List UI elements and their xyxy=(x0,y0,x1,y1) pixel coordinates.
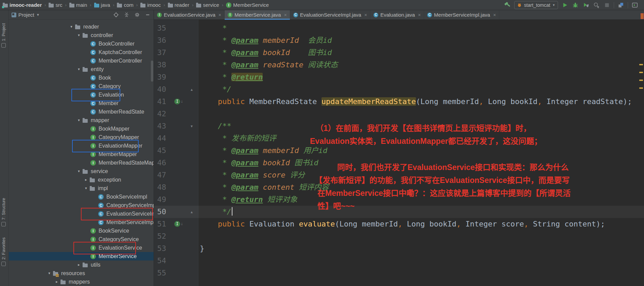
tree-expanded-arrow-icon[interactable]: ▾ xyxy=(75,169,83,173)
tool-window-button-structure[interactable]: 7: Structure xyxy=(1,198,6,226)
tab-close-icon[interactable]: × xyxy=(219,12,221,18)
tab-close-icon[interactable]: × xyxy=(418,12,421,18)
tree-expanded-arrow-icon[interactable]: ▾ xyxy=(75,118,83,122)
tree-item-service[interactable]: ▾service xyxy=(9,167,154,175)
line-number: 54 xyxy=(154,255,166,267)
tree-item-Book[interactable]: CBook xyxy=(9,73,154,82)
tab-close-icon[interactable]: × xyxy=(284,12,287,18)
tree-item-entity[interactable]: ▾entity xyxy=(9,65,154,73)
run-button[interactable] xyxy=(561,1,569,9)
breadcrumb-item-service[interactable]: service xyxy=(195,2,220,8)
fold-end-icon[interactable]: ▴ xyxy=(189,83,194,96)
settings-gear-icon[interactable] xyxy=(134,12,140,18)
debug-button[interactable] xyxy=(572,1,579,9)
tool-window-button-project[interactable]: 1: Project xyxy=(1,23,6,48)
tree-item-Member[interactable]: CMember xyxy=(9,99,154,107)
terminal-run-button[interactable] xyxy=(631,1,639,9)
tree-item-EvaluationService[interactable]: IEvaluationService xyxy=(9,243,154,252)
tree-expanded-arrow-icon[interactable]: ▾ xyxy=(75,33,83,37)
chevron-down-icon[interactable]: ▼ xyxy=(36,13,40,17)
tree-item-MemberService[interactable]: IMemberService xyxy=(9,252,154,260)
tree-item-Category[interactable]: CCategory xyxy=(9,82,154,90)
fold-end-icon[interactable]: ▴ xyxy=(189,206,194,218)
tree-item-CategoryServiceImpl[interactable]: CCategoryServiceImpl xyxy=(9,201,154,209)
tree-item-CategoryService[interactable]: ICategoryService xyxy=(9,235,154,243)
breadcrumb-item-java[interactable]: java xyxy=(93,2,111,8)
tree-item-MemberReadStateMapper[interactable]: IMemberReadStateMapper xyxy=(9,158,154,167)
tree-expanded-arrow-icon[interactable]: ▾ xyxy=(68,24,75,29)
tree-item-MemberReadState[interactable]: CMemberReadState xyxy=(9,107,154,116)
line-number: 53 xyxy=(154,242,166,255)
implemented-marker-icon[interactable]: I xyxy=(174,221,180,227)
interface-icon: I xyxy=(90,160,96,166)
error-stripe-mark[interactable] xyxy=(639,72,643,73)
locate-icon[interactable] xyxy=(113,12,119,18)
tab-MemberService.java[interactable]: IMemberService.java× xyxy=(225,10,290,19)
tab-EvaluationService.java[interactable]: IEvaluationService.java× xyxy=(154,10,225,19)
tree-item-BookService[interactable]: IBookService xyxy=(9,226,154,235)
hide-panel-icon[interactable] xyxy=(144,12,151,18)
breadcrumb-item-com[interactable]: com xyxy=(116,2,134,8)
breadcrumb-item-src[interactable]: src xyxy=(48,2,63,8)
tree-collapsed-arrow-icon[interactable]: ▸ xyxy=(82,178,90,182)
tree-item-BookMapper[interactable]: IBookMapper xyxy=(9,124,154,133)
breadcrumb-item-reader[interactable]: reader xyxy=(167,2,190,8)
tab-Evaluation.java[interactable]: CEvaluation.java× xyxy=(370,10,424,19)
tree-expanded-arrow-icon[interactable]: ▾ xyxy=(75,67,83,71)
collapse-all-icon[interactable] xyxy=(123,12,129,18)
tree-item-impl[interactable]: ▾impl xyxy=(9,184,154,192)
tree-item-controller[interactable]: ▾controller xyxy=(9,31,154,39)
code-text: * @param memberId 会员id xyxy=(200,34,332,47)
tree-item-mappers[interactable]: ▸mappers xyxy=(9,277,154,286)
tree-collapsed-arrow-icon[interactable]: ▸ xyxy=(75,263,83,267)
error-stripe-mark[interactable] xyxy=(639,87,643,89)
breadcrumb-separator: › xyxy=(222,2,223,7)
tree-item-label: exception xyxy=(98,177,121,183)
tree-item-Evaluation[interactable]: CEvaluation xyxy=(9,90,154,99)
run-with-coverage-button[interactable] xyxy=(582,1,590,9)
build-button[interactable] xyxy=(504,1,511,9)
tab-close-icon[interactable]: × xyxy=(493,12,496,18)
tree-item-label: BookController xyxy=(99,41,135,47)
error-stripe-mark[interactable] xyxy=(639,80,643,81)
tree-item-reader[interactable]: ▾reader xyxy=(9,22,154,31)
tree-item-CategoryMapper[interactable]: ICategoryMapper xyxy=(9,133,154,141)
project-windows-button[interactable] xyxy=(617,1,625,9)
stop-button[interactable] xyxy=(603,1,611,9)
tree-item-BookController[interactable]: CBookController xyxy=(9,39,154,48)
code-editor[interactable]: 35 *36 * @param memberId 会员id37 * @param… xyxy=(154,20,644,286)
tab-MemberServiceImpl.java[interactable]: CMemberServiceImpl.java× xyxy=(424,10,499,19)
breadcrumb-item-imooc[interactable]: imooc xyxy=(140,2,161,8)
error-stripe-mark[interactable] xyxy=(639,64,643,65)
tree-item-MemberServiceImpl[interactable]: CMemberServiceImpl xyxy=(9,218,154,226)
breadcrumb-item-MemberService[interactable]: IMemberService xyxy=(225,2,269,8)
tree-item-mapper[interactable]: ▾mapper xyxy=(9,116,154,124)
code-text: * @param bookId 图书id xyxy=(200,157,318,169)
tree-item-EvaluationMapper[interactable]: IEvaluationMapper xyxy=(9,141,154,150)
tree-expanded-arrow-icon[interactable]: ▾ xyxy=(46,271,53,275)
breadcrumb-item-imooc-reader[interactable]: imooc-reader xyxy=(2,2,42,8)
tree-collapsed-arrow-icon[interactable]: ▸ xyxy=(53,280,60,284)
run-configuration-select[interactable]: start_tomcat▼ xyxy=(514,1,558,9)
class-icon: C xyxy=(293,13,298,17)
tree-item-utils[interactable]: ▸utils xyxy=(9,260,154,269)
tab-EvaluationServiceImpl.java[interactable]: CEvaluationServiceImpl.java× xyxy=(290,10,370,19)
tree-item-exception[interactable]: ▸exception xyxy=(9,175,154,184)
breadcrumb-item-main[interactable]: main xyxy=(69,2,88,8)
profiler-button[interactable] xyxy=(593,1,600,9)
tree-scrollbar[interactable] xyxy=(151,61,153,82)
tree-item-MemberController[interactable]: CMemberController xyxy=(9,56,154,65)
tool-window-button-favorites[interactable]: 2: Favorites xyxy=(1,237,6,266)
tree-item-resources[interactable]: ▾resources xyxy=(9,269,154,277)
tree-item-EvaluationServiceImpl[interactable]: CEvaluationServiceImpl xyxy=(9,209,154,218)
tree-item-KaptchaController[interactable]: CKaptchaController xyxy=(9,48,154,56)
fold-start-icon[interactable]: ▾ xyxy=(189,120,194,132)
tree-item-MemberMapper[interactable]: IMemberMapper xyxy=(9,150,154,158)
tree-item-label: MemberMapper xyxy=(99,151,137,157)
folder-icon xyxy=(49,4,54,7)
tree-item-BookServiceImpl[interactable]: CBookServiceImpl xyxy=(9,192,154,201)
tree-expanded-arrow-icon[interactable]: ▾ xyxy=(82,186,90,190)
tab-close-icon[interactable]: × xyxy=(364,12,367,18)
implemented-marker-icon[interactable]: I xyxy=(174,99,180,104)
error-stripe-top-mark[interactable] xyxy=(641,13,644,19)
